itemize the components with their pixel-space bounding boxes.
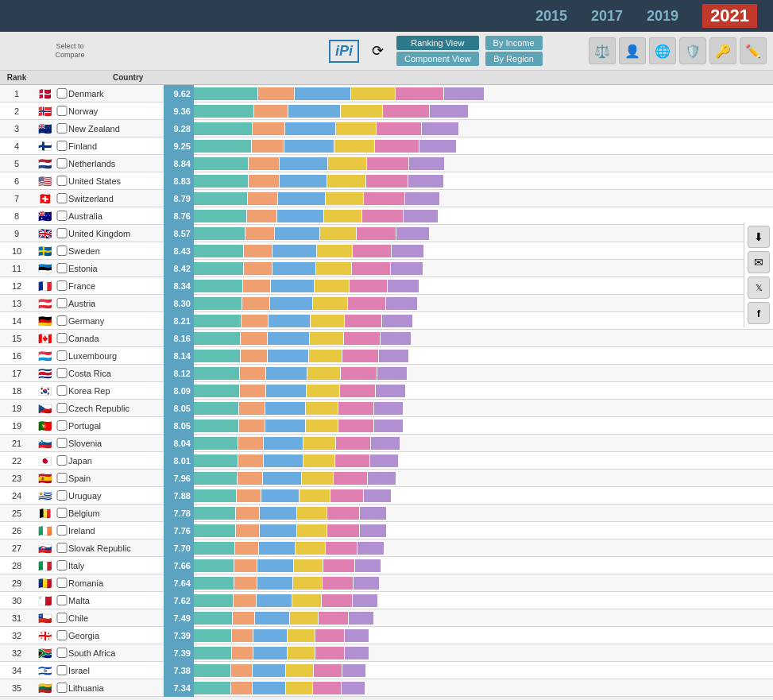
flag-cell: 🇮🇹 [33,559,56,572]
bar-segment [375,140,419,153]
compare-checkbox[interactable] [56,543,68,553]
bars-cell [194,401,773,416]
bar-segment [430,105,468,118]
compare-checkbox[interactable] [56,141,68,151]
justice-icon-btn[interactable]: ⚖️ [589,37,616,64]
compare-checkbox[interactable] [56,176,68,186]
by-income-button[interactable]: By Income [485,36,543,50]
year-2021[interactable]: 2021 [702,4,757,28]
bar-segment [288,629,315,642]
ranking-view-button[interactable]: Ranking View [396,36,479,50]
bar-segment [286,664,313,677]
compare-checkbox[interactable] [56,630,68,640]
compare-checkbox[interactable] [56,683,68,693]
bar-segment [405,192,439,205]
flag-cell: 🇨🇭 [33,192,56,205]
rank-cell: 34 [0,666,33,675]
facebook-icon-btn[interactable]: f [748,302,770,324]
twitter-icon-btn[interactable]: 𝕏 [748,277,770,299]
score-cell: 7.88 [164,487,194,505]
flag-cell: 🇱🇺 [33,350,56,362]
country-cell: Lithuania [68,683,164,693]
flag-cell: 🇨🇦 [33,332,56,345]
compare-checkbox[interactable] [56,280,68,291]
table-row: 29🇷🇴Romania7.64 [0,574,773,592]
person-icon-btn[interactable]: 👤 [619,37,646,64]
compare-checkbox[interactable] [56,158,68,168]
bar-segment [253,122,284,135]
compare-checkbox[interactable] [56,263,68,273]
country-cell: Belgium [68,509,164,518]
flag-cell: 🇸🇪 [33,245,56,257]
compare-checkbox[interactable] [56,490,68,501]
by-region-button[interactable]: By Region [485,52,543,66]
year-2019[interactable]: 2019 [647,8,678,25]
download-icon-btn[interactable]: ⬇ [748,226,770,248]
compare-checkbox[interactable] [56,315,68,326]
bar-segment [237,489,261,502]
year-2017[interactable]: 2017 [591,8,623,25]
table-row: 1🇩🇰Denmark9.62 [0,85,773,102]
bar-segment [341,367,377,380]
bars-cell [194,261,773,276]
compare-checkbox[interactable] [56,106,68,116]
component-view-button[interactable]: Component View [396,52,479,66]
compare-checkbox[interactable] [56,648,68,658]
rank-cell: 9 [0,229,33,238]
compare-checkbox[interactable] [56,193,68,203]
country-cell: Australia [68,211,164,221]
bar-segment [345,629,369,642]
flag-cell: 🇺🇾 [33,489,56,502]
country-cell: Denmark [68,89,164,99]
score-cell: 8.16 [164,330,194,347]
bars-cell [194,174,773,188]
compare-checkbox[interactable] [56,473,68,483]
compare-checkbox[interactable] [56,88,68,99]
compare-checkbox[interactable] [56,455,68,466]
flag-cell: 🇦🇹 [33,297,56,310]
app-container: 2015 2017 2019 2021 Select to Compare iP… [0,0,773,697]
bar-segment [243,280,270,292]
email-icon-btn[interactable]: ✉ [748,251,770,273]
compare-checkbox[interactable] [56,595,68,605]
year-2015[interactable]: 2015 [535,8,567,25]
compare-checkbox[interactable] [56,403,68,413]
compare-checkbox[interactable] [56,246,68,256]
bar-segment [348,297,385,310]
compare-checkbox[interactable] [56,665,68,675]
bar-segment [349,612,373,625]
score-cell: 7.34 [164,679,194,697]
rank-cell: 22 [0,456,33,466]
compare-checkbox[interactable] [56,298,68,308]
globe-icon-btn[interactable]: 🌐 [649,37,676,64]
compare-checkbox[interactable] [56,123,68,133]
compare-checkbox[interactable] [56,211,68,221]
compare-checkbox[interactable] [56,228,68,238]
compare-checkbox[interactable] [56,385,68,396]
compare-checkbox[interactable] [56,508,68,518]
score-cell: 7.76 [164,522,194,540]
compare-checkbox[interactable] [56,438,68,448]
bar-segment [307,385,339,397]
country-cell: New Zealand [68,124,164,133]
key-icon-btn[interactable]: 🔑 [709,37,736,64]
compare-checkbox[interactable] [56,578,68,588]
compare-checkbox[interactable] [56,333,68,343]
pencil-icon-btn[interactable]: ✏️ [740,37,767,64]
country-cell: Romania [68,578,164,588]
bars-cell [194,541,773,555]
compare-checkbox[interactable] [56,420,68,431]
compare-checkbox[interactable] [56,560,68,570]
table-row: 28🇮🇹Italy7.66 [0,557,773,574]
score-cell: 7.96 [164,470,194,487]
compare-checkbox[interactable] [56,350,68,361]
bar-segment [444,87,484,100]
table-row: 14🇩🇪Germany8.21 [0,312,773,330]
bar-segment [254,105,288,118]
compare-checkbox[interactable] [56,368,68,378]
compare-checkbox[interactable] [56,613,68,623]
shield-icon-btn[interactable]: 🛡️ [679,37,706,64]
rank-cell: 12 [0,281,33,291]
compare-checkbox[interactable] [56,525,68,536]
rank-cell: 10 [0,246,33,256]
